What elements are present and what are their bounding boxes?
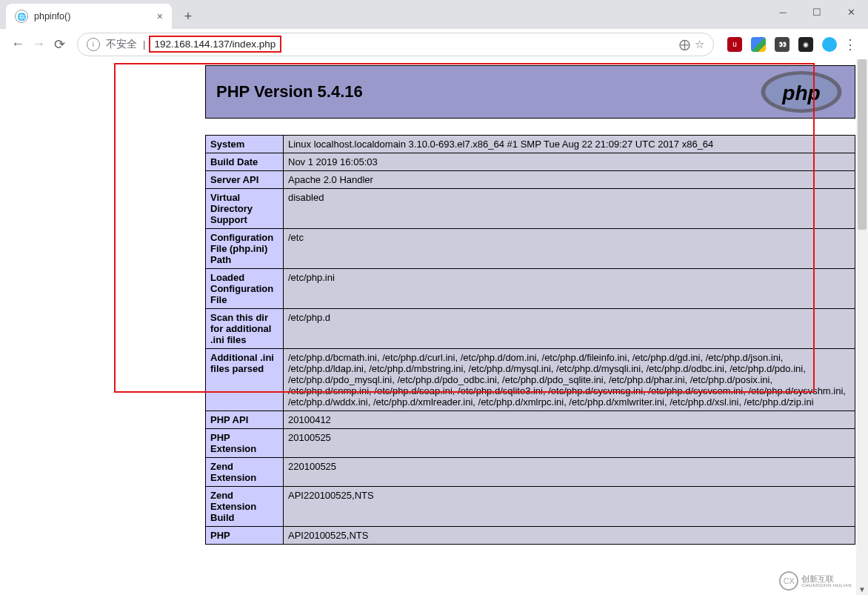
site-info-icon[interactable]: i [87,38,100,51]
row-key: Additional .ini files parsed [206,349,284,411]
row-value: Linux localhost.localdomain 3.10.0-693.e… [284,136,855,153]
row-value: disabled [284,189,855,229]
maximize-button[interactable]: ☐ [800,0,834,24]
watermark: CX 创新互联 CHUANGXIN HULIAN [779,571,852,591]
menu-button[interactable]: ⋮ [840,34,861,55]
row-key: Virtual Directory Support [206,189,284,229]
table-row: Build DateNov 1 2019 16:05:03 [206,153,855,171]
ext-incognito[interactable]: 👀 [772,34,792,55]
close-tab-icon[interactable]: × [157,10,163,22]
php-logo: php [758,70,844,114]
url-text: 192.168.144.137/index.php [149,36,282,53]
minimize-button[interactable]: ─ [766,0,800,24]
tab-strip: 🌐 phpinfo() × + [0,0,868,29]
ext-camera[interactable]: ◉ [795,34,816,55]
watermark-sub: CHUANGXIN HULIAN [801,583,852,588]
table-row: Loaded Configuration File/etc/php.ini [206,269,855,309]
ext-ublock[interactable]: u [724,34,745,55]
table-row: Zend Extension BuildAPI220100525,NTS [206,487,855,527]
row-value: /etc/php.d/bcmath.ini, /etc/php.d/curl.i… [284,349,855,411]
php-version-title: PHP Version 5.4.16 [216,82,758,102]
row-value: 20100412 [284,411,855,429]
watermark-text: 创新互联 [801,575,852,583]
row-value: API220100525,NTS [284,487,855,527]
phpinfo-table: SystemLinux localhost.localdomain 3.10.0… [205,135,855,545]
row-key: Server API [206,171,284,189]
tab-phpinfo[interactable]: 🌐 phpinfo() × [6,4,172,29]
address-bar[interactable]: i 不安全 | 192.168.144.137/index.php ⨁ ☆ [77,33,714,56]
back-button[interactable]: ← [7,34,28,55]
bookmark-star-icon[interactable]: ☆ [695,38,704,51]
row-key: Configuration File (php.ini) Path [206,229,284,269]
watermark-icon: CX [779,571,798,591]
row-value: API20100525,NTS [284,527,855,545]
row-key: Zend Extension Build [206,487,284,527]
separator: | [143,39,146,50]
row-value: Apache 2.0 Handler [284,171,855,189]
page-viewport: PHP Version 5.4.16 php SystemLinux local… [0,59,868,595]
forward-button[interactable]: → [28,34,49,55]
row-key: Loaded Configuration File [206,269,284,309]
window-controls: ─ ☐ ✕ [766,0,868,24]
svg-text:php: php [781,82,821,104]
row-value: 20100525 [284,429,855,458]
table-row: Configuration File (php.ini) Path/etc [206,229,855,269]
phpinfo-header: PHP Version 5.4.16 php [205,65,855,119]
reload-button[interactable]: ⟳ [49,34,70,55]
scrollbar-thumb[interactable] [858,59,867,230]
table-row: PHP Extension20100525 [206,429,855,458]
table-row: Virtual Directory Supportdisabled [206,189,855,229]
row-key: PHP [206,527,284,545]
table-row: Scan this dir for additional .ini files/… [206,309,855,349]
close-window-button[interactable]: ✕ [834,0,868,24]
ext-google[interactable] [748,34,769,55]
row-key: Zend Extension [206,458,284,487]
row-key: System [206,136,284,153]
table-row: Server APIApache 2.0 Handler [206,171,855,189]
not-secure-label: 不安全 [106,38,137,51]
table-row: Zend Extension220100525 [206,458,855,487]
row-key: PHP API [206,411,284,429]
vertical-scrollbar[interactable]: ▼ [856,59,868,595]
browser-toolbar: ← → ⟳ i 不安全 | 192.168.144.137/index.php … [0,29,868,60]
row-key: Build Date [206,153,284,171]
row-key: PHP Extension [206,429,284,458]
table-row: SystemLinux localhost.localdomain 3.10.0… [206,136,855,153]
row-value: /etc/php.ini [284,269,855,309]
table-row: PHPAPI20100525,NTS [206,527,855,545]
phpinfo-page: PHP Version 5.4.16 php SystemLinux local… [205,59,855,545]
translate-icon[interactable]: ⨁ [679,38,690,51]
row-value: 220100525 [284,458,855,487]
row-value: /etc [284,229,855,269]
globe-icon: 🌐 [15,10,28,23]
new-tab-button[interactable]: + [178,6,198,27]
row-value: Nov 1 2019 16:05:03 [284,153,855,171]
row-value: /etc/php.d [284,309,855,349]
row-key: Scan this dir for additional .ini files [206,309,284,349]
tab-title: phpinfo() [34,11,70,21]
table-row: Additional .ini files parsed/etc/php.d/b… [206,349,855,411]
scroll-down-icon[interactable]: ▼ [856,583,868,595]
table-row: PHP API20100412 [206,411,855,429]
ext-blue[interactable] [819,34,840,55]
